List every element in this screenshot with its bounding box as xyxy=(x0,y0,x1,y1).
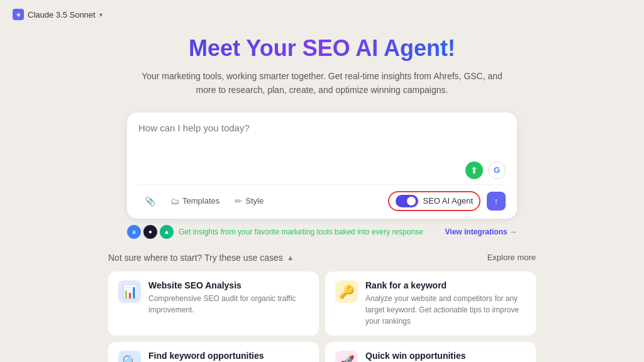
use-case-title-rank: Rank for a keyword xyxy=(365,280,526,290)
paperclip-icon: 📎 xyxy=(145,196,155,206)
chevron-down-icon: ▾ xyxy=(99,11,103,18)
use-case-card-rank[interactable]: 🔑 Rank for a keyword Analyze your websit… xyxy=(325,272,536,336)
send-button[interactable]: ↑ xyxy=(487,192,506,211)
topbar: ◈ Claude 3.5 Sonnet ▾ xyxy=(0,0,644,29)
use-cases-header: Not sure where to start? Try these use c… xyxy=(108,253,536,263)
style-button[interactable]: ✏ Style xyxy=(228,193,270,209)
integration-bar: a ● ▲ Get insights from your favorite ma… xyxy=(127,225,517,239)
use-cases-title: Not sure where to start? Try these use c… xyxy=(108,253,294,263)
main-content: Meet Your SEO AI Agent! Your marketing t… xyxy=(0,29,644,362)
use-case-card-quickwin[interactable]: 🚀 Quick win opportunities Boost your web… xyxy=(325,342,536,362)
model-label: Claude 3.5 Sonnet xyxy=(28,10,96,19)
integration-icons: a ● ▲ xyxy=(127,225,174,239)
use-case-desc-rank: Analyze your website and competitors for… xyxy=(365,293,526,327)
use-case-card-keywords[interactable]: 🔍 Find keyword opportunities Discover po… xyxy=(108,342,319,362)
toggle-label: SEO AI Agent xyxy=(423,196,474,206)
attachment-button[interactable]: 📎 xyxy=(138,193,162,209)
templates-button[interactable]: 🗂 Templates xyxy=(164,193,226,209)
use-cases-grid: 📊 Website SEO Analysis Comprehensive SEO… xyxy=(108,272,536,362)
style-icon: ✏ xyxy=(235,196,242,206)
model-selector[interactable]: ◈ Claude 3.5 Sonnet ▾ xyxy=(13,9,103,20)
collapse-icon[interactable]: ▲ xyxy=(287,253,294,262)
integration-icon-dark: ● xyxy=(143,225,157,239)
model-icon: ◈ xyxy=(13,9,24,20)
seo-agent-toggle[interactable] xyxy=(396,195,418,207)
use-case-icon-keywords: 🔍 xyxy=(118,351,141,362)
view-integrations-link[interactable]: View integrations → xyxy=(445,228,517,236)
use-case-desc-seo: Comprehensive SEO audit for organic traf… xyxy=(148,293,309,315)
chat-box: ⬆ G 📎 🗂 Templates ✏ Style SEO AI Ag xyxy=(127,112,517,219)
chat-input[interactable] xyxy=(138,123,506,156)
seo-agent-toggle-container: SEO AI Agent xyxy=(388,191,481,211)
integration-icon-green: ▲ xyxy=(160,225,174,239)
use-case-title-quickwin: Quick win opportunities xyxy=(365,351,526,361)
style-label: Style xyxy=(245,196,264,206)
integration-text: Get insights from your favorite marketin… xyxy=(179,228,423,236)
tool-icons-row: ⬆ G xyxy=(138,159,506,184)
send-icon: ↑ xyxy=(494,196,499,206)
hero-title: Meet Your SEO AI Agent! xyxy=(189,35,455,62)
use-case-card-seo-analysis[interactable]: 📊 Website SEO Analysis Comprehensive SEO… xyxy=(108,272,319,336)
use-cases-section: Not sure where to start? Try these use c… xyxy=(108,253,536,362)
templates-icon: 🗂 xyxy=(170,196,179,206)
use-case-title-seo: Website SEO Analysis xyxy=(148,280,309,290)
google-icon: G xyxy=(488,162,506,179)
use-case-icon-rank: 🔑 xyxy=(335,280,358,303)
ahrefs-icon: ⬆ xyxy=(465,162,483,179)
use-case-icon-quickwin: 🚀 xyxy=(335,351,358,362)
explore-more-link[interactable]: Explore more xyxy=(487,253,536,262)
chat-toolbar: 📎 🗂 Templates ✏ Style SEO AI Agent ↑ xyxy=(138,184,506,211)
hero-subtitle: Your marketing tools, working smarter to… xyxy=(133,69,511,97)
use-case-icon-seo: 📊 xyxy=(118,280,141,303)
use-case-title-keywords: Find keyword opportunities xyxy=(148,351,309,361)
integration-icon-ahrefs: a xyxy=(127,225,141,239)
templates-label: Templates xyxy=(182,196,219,206)
